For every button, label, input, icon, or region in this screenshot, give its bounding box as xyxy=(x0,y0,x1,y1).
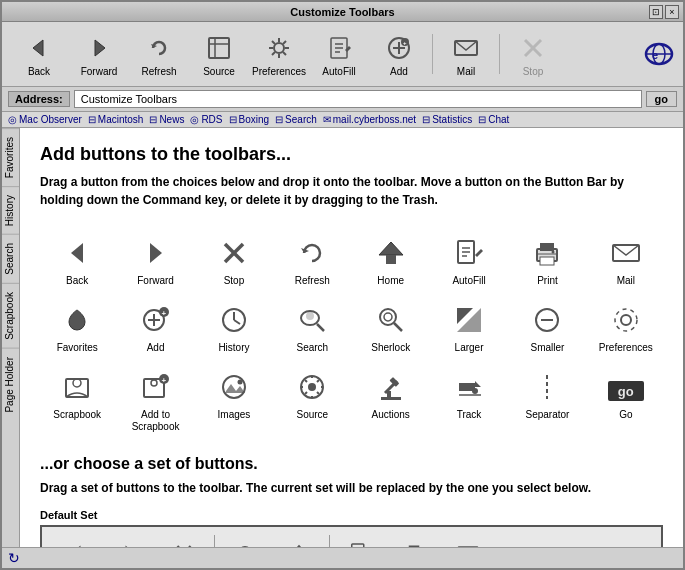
grid-images-button[interactable]: Images xyxy=(197,363,271,439)
grid-print-button[interactable]: Print xyxy=(510,229,584,292)
grid-add-scrapbook-button[interactable]: + Add toScrapbook xyxy=(118,363,192,439)
toolbar-mail-label: Mail xyxy=(457,66,475,77)
grid-favorites-button[interactable]: Favorites xyxy=(40,296,114,359)
svg-point-71 xyxy=(151,380,157,386)
address-bar: Address: Customize Toolbars go xyxy=(2,87,683,112)
go-button[interactable]: go xyxy=(646,91,677,107)
grid-search-button[interactable]: Search xyxy=(275,296,349,359)
sidebar-history[interactable]: History xyxy=(2,186,19,234)
svg-point-6 xyxy=(274,43,284,53)
toolbar-mail-button[interactable]: Mail xyxy=(437,29,495,80)
svg-point-66 xyxy=(621,315,631,325)
grid-track-icon xyxy=(451,369,487,405)
toolbar-add-button[interactable]: + Add xyxy=(370,29,428,80)
grid-go-icon: go xyxy=(608,369,644,405)
svg-line-60 xyxy=(394,323,402,331)
ie-logo: e xyxy=(643,38,675,70)
grid-mail-button[interactable]: Mail xyxy=(589,229,663,292)
set-section-title: ...or choose a set of buttons. xyxy=(40,455,663,473)
toolbar-stop-button[interactable]: Stop xyxy=(504,29,562,80)
toolbar-back-button[interactable]: Back xyxy=(10,29,68,80)
toolbar-autofill-button[interactable]: AutoFill xyxy=(310,29,368,80)
status-icon: ↻ xyxy=(8,550,20,566)
grid-home-button[interactable]: Home xyxy=(354,229,428,292)
mac-observer-icon: ◎ xyxy=(8,114,17,125)
set-mail-button[interactable]: Mail xyxy=(442,535,494,547)
grid-scrapbook-icon xyxy=(59,369,95,405)
bookmark-news[interactable]: ⊟ News xyxy=(149,114,184,125)
address-label: Address: xyxy=(8,91,70,107)
toolbar-stop-label: Stop xyxy=(523,66,544,77)
grid-refresh-button[interactable]: Refresh xyxy=(275,229,349,292)
grid-stop-button[interactable]: Stop xyxy=(197,229,271,292)
grid-scrapbook-label: Scrapbook xyxy=(53,409,101,420)
toolbar-forward-button[interactable]: Forward xyxy=(70,29,128,80)
bookmark-chat[interactable]: ⊟ Chat xyxy=(478,114,509,125)
toolbar-refresh-label: Refresh xyxy=(141,66,176,77)
grid-auctions-icon xyxy=(373,369,409,405)
grid-back-button[interactable]: Back xyxy=(40,229,114,292)
grid-go-button[interactable]: go Go xyxy=(589,363,663,439)
bookmark-rds[interactable]: ◎ RDS xyxy=(190,114,222,125)
search-bookmark-icon: ⊟ xyxy=(275,114,283,125)
svg-line-11 xyxy=(272,41,275,44)
grid-history-label: History xyxy=(218,342,249,353)
grid-back-icon xyxy=(59,235,95,271)
grid-add-button[interactable]: + Add xyxy=(118,296,192,359)
set-autofill-button[interactable]: AutoFill xyxy=(334,535,386,547)
svg-point-91 xyxy=(472,388,478,394)
grid-favorites-label: Favorites xyxy=(57,342,98,353)
sidebar-search[interactable]: Search xyxy=(2,234,19,283)
toolbar-source-button[interactable]: Source xyxy=(190,29,248,80)
bookmark-boxing[interactable]: ⊟ Boxing xyxy=(229,114,270,125)
grid-smaller-button[interactable]: Smaller xyxy=(510,296,584,359)
grid-search-label: Search xyxy=(296,342,328,353)
grid-history-icon xyxy=(216,302,252,338)
set-stop-button[interactable]: Stop xyxy=(158,535,210,547)
grid-autofill-icon xyxy=(451,235,487,271)
grid-separator-button[interactable]: Separator xyxy=(510,363,584,439)
svg-text:e: e xyxy=(652,49,658,61)
set-forward-button[interactable]: Forward xyxy=(104,535,156,547)
address-field[interactable]: Customize Toolbars xyxy=(74,90,642,108)
grid-autofill-label: AutoFill xyxy=(452,275,485,286)
grid-history-button[interactable]: History xyxy=(197,296,271,359)
close-button[interactable]: × xyxy=(665,5,679,19)
toolbar-preferences-button[interactable]: Preferences xyxy=(250,29,308,80)
svg-marker-36 xyxy=(379,242,403,255)
set-refresh-button[interactable]: Refresh xyxy=(219,535,271,547)
grid-source-button[interactable]: Source xyxy=(275,363,349,439)
grid-forward-button[interactable]: Forward xyxy=(118,229,192,292)
sidebar-scrapbook[interactable]: Scrapbook xyxy=(2,283,19,348)
grid-auctions-button[interactable]: Auctions xyxy=(354,363,428,439)
grid-go-label: Go xyxy=(619,409,632,420)
svg-marker-31 xyxy=(71,243,83,263)
grid-preferences-button[interactable]: Preferences xyxy=(589,296,663,359)
svg-rect-37 xyxy=(386,255,396,264)
svg-point-67 xyxy=(615,309,637,331)
set-back-button[interactable]: Back xyxy=(50,535,102,547)
set-home-button[interactable]: Home xyxy=(273,535,325,547)
grid-images-icon xyxy=(216,369,252,405)
bookmark-macintosh[interactable]: ⊟ Macintosh xyxy=(88,114,144,125)
window-title: Customize Toolbars xyxy=(290,6,394,18)
toolbar-refresh-button[interactable]: Refresh xyxy=(130,29,188,80)
grid-track-button[interactable]: Track xyxy=(432,363,506,439)
grid-scrapbook-button[interactable]: Scrapbook xyxy=(40,363,114,439)
grid-larger-button[interactable]: Larger xyxy=(432,296,506,359)
bookmark-search[interactable]: ⊟ Search xyxy=(275,114,317,125)
main-toolbar: Back Forward Refresh xyxy=(2,22,683,87)
grid-autofill-button[interactable]: AutoFill xyxy=(432,229,506,292)
resize-button[interactable]: ⊡ xyxy=(649,5,663,19)
grid-smaller-label: Smaller xyxy=(530,342,564,353)
bookmark-statistics[interactable]: ⊟ Statistics xyxy=(422,114,472,125)
main-content[interactable]: Add buttons to the toolbars... Drag a bu… xyxy=(20,128,683,547)
grid-mail-label: Mail xyxy=(617,275,635,286)
bookmark-mail[interactable]: ✉ mail.cyberboss.net xyxy=(323,114,416,125)
set-print-button[interactable]: Print xyxy=(388,535,440,547)
grid-forward-label: Forward xyxy=(137,275,174,286)
sidebar-page-holder[interactable]: Page Holder xyxy=(2,348,19,421)
bookmark-mac-observer[interactable]: ◎ Mac Observer xyxy=(8,114,82,125)
sidebar-favorites[interactable]: Favorites xyxy=(2,128,19,186)
grid-sherlock-button[interactable]: Sherlock xyxy=(354,296,428,359)
